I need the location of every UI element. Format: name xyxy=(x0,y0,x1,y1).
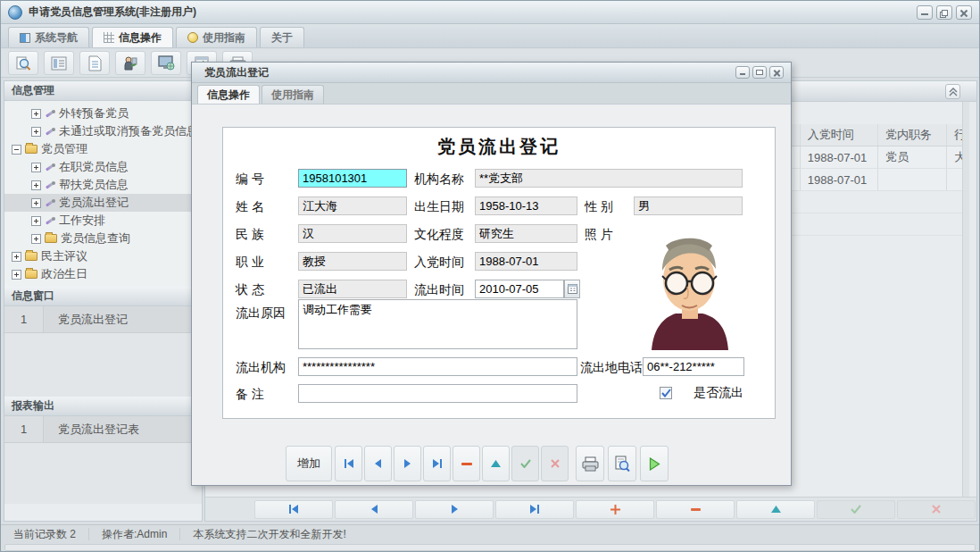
collapse-icon[interactable] xyxy=(12,145,21,155)
monitor-icon xyxy=(158,55,175,71)
grid-row[interactable]: 授 1988-07-01 xyxy=(784,169,969,191)
post-record-button[interactable] xyxy=(817,500,895,519)
tree-item-member-query[interactable]: 党员信息查询 xyxy=(4,230,202,247)
expand-icon[interactable] xyxy=(31,198,41,208)
grid-row[interactable]: 授 1988-07-01 党员 大 xyxy=(784,146,969,169)
cancel-record-button[interactable] xyxy=(897,500,976,519)
phone-field[interactable] xyxy=(643,357,744,376)
first-record-button[interactable] xyxy=(254,500,333,519)
minimize-button[interactable] xyxy=(917,5,933,20)
grid-col-join-date[interactable]: 入党时间 xyxy=(801,124,878,146)
ethnic-field[interactable] xyxy=(298,224,407,243)
grid-col-party-position[interactable]: 党内职务 xyxy=(878,124,947,146)
expand-icon[interactable] xyxy=(31,180,41,190)
next-record-button[interactable] xyxy=(415,500,494,519)
tree-item-outbound-reserve[interactable]: 外转预备党员 xyxy=(4,105,202,122)
collapse-panel-button[interactable] xyxy=(945,84,960,99)
close-button[interactable] xyxy=(956,5,972,20)
print-button[interactable] xyxy=(576,446,604,481)
prev-record-button[interactable] xyxy=(335,500,413,519)
tree-item-support-members[interactable]: 帮扶党员信息 xyxy=(4,176,202,194)
expand-icon[interactable] xyxy=(12,270,21,280)
tree-item-member-manage[interactable]: 党员管理 xyxy=(4,140,202,158)
tab-info-operation[interactable]: 信息操作 xyxy=(92,27,173,47)
tree-item-outflow-register[interactable]: 党员流出登记 xyxy=(4,194,202,212)
section-report-output[interactable]: 报表输出 xyxy=(4,397,202,416)
prev-button[interactable] xyxy=(364,446,392,481)
spacer xyxy=(4,443,202,504)
restore-button[interactable] xyxy=(936,5,952,20)
info-window-row[interactable]: 1 党员流出登记 xyxy=(4,306,202,333)
status-field[interactable] xyxy=(298,280,407,298)
menu-bar: 系统导航 信息操作 使用指南 关于 xyxy=(1,24,979,48)
org-field[interactable] xyxy=(475,169,743,188)
tab-system-nav[interactable]: 系统导航 xyxy=(8,27,89,47)
report-row[interactable]: 1 党员流出登记表 xyxy=(4,416,202,443)
next-button[interactable] xyxy=(394,446,421,481)
dialog-title-bar: 党员流出登记 xyxy=(192,63,791,83)
tree-label: 帮扶党员信息 xyxy=(59,177,129,193)
edit-record-button[interactable] xyxy=(736,500,815,519)
name-field[interactable] xyxy=(298,197,407,215)
expand-icon[interactable] xyxy=(31,109,41,119)
cancel-button[interactable] xyxy=(541,446,569,481)
sidebar: 信息管理 外转预备党员 未通过或取消预备党员信息 党员管理 在职党员信息 xyxy=(4,80,203,522)
occupation-field[interactable] xyxy=(298,252,407,271)
tree-item-political-birthday[interactable]: 政治生日 xyxy=(4,265,202,283)
reason-field[interactable]: 调动工作需要 xyxy=(298,299,577,349)
run-button[interactable] xyxy=(640,446,669,481)
add-record-button[interactable] xyxy=(576,500,654,519)
dialog-tab-user-guide[interactable]: 使用指南 xyxy=(262,85,324,104)
expand-icon[interactable] xyxy=(31,234,41,244)
birth-field[interactable] xyxy=(475,197,577,215)
last-record-button[interactable] xyxy=(495,500,574,519)
monitor-button[interactable] xyxy=(151,51,181,75)
education-field[interactable] xyxy=(475,224,577,243)
tree-item-work-arrange[interactable]: 工作安排 xyxy=(4,212,202,230)
scrollbar-track[interactable] xyxy=(962,102,969,497)
section-info-window[interactable]: 信息窗口 xyxy=(4,287,202,306)
tree-item-democratic-review[interactable]: 民主评议 xyxy=(4,247,202,265)
dialog-tab-bar: 信息操作 使用指南 xyxy=(192,83,791,105)
chevron-up-double-icon xyxy=(949,88,958,96)
status-message: 本系统支持二次开发和全新开发! xyxy=(180,528,358,540)
dialog-minimize-button[interactable] xyxy=(735,66,750,79)
post-button[interactable] xyxy=(511,446,539,481)
tree-item-not-passed[interactable]: 未通过或取消预备党员信息 xyxy=(4,122,202,140)
dialog-close-button[interactable] xyxy=(769,66,784,79)
outflow-checkbox-label: 是否流出 xyxy=(693,385,743,401)
id-field[interactable] xyxy=(298,169,407,188)
occupation-label: 职 业 xyxy=(236,255,264,271)
expand-icon[interactable] xyxy=(31,127,41,137)
form-view-button[interactable] xyxy=(44,51,74,75)
tab-about[interactable]: 关于 xyxy=(260,27,304,47)
remark-field[interactable] xyxy=(298,384,577,403)
section-info-manage[interactable]: 信息管理 xyxy=(4,81,202,101)
gender-field[interactable] xyxy=(634,197,743,215)
tab-user-guide[interactable]: 使用指南 xyxy=(176,27,257,47)
edit-button[interactable] xyxy=(482,446,510,481)
dialog-maximize-button[interactable] xyxy=(752,66,767,79)
join-date-field[interactable] xyxy=(475,252,577,271)
delete-button[interactable] xyxy=(453,446,480,481)
outflow-date-field[interactable] xyxy=(475,280,564,298)
tree-item-active-members[interactable]: 在职党员信息 xyxy=(4,158,202,176)
preview-button[interactable] xyxy=(608,446,636,481)
tool-icon xyxy=(45,215,55,226)
user-button[interactable] xyxy=(115,51,145,75)
tool-icon xyxy=(45,197,55,208)
date-picker-button[interactable] xyxy=(564,280,580,298)
outflow-checkbox[interactable] xyxy=(660,387,672,399)
first-button[interactable] xyxy=(335,446,362,481)
out-org-field[interactable] xyxy=(298,357,577,376)
last-button[interactable] xyxy=(423,446,451,481)
search-report-button[interactable] xyxy=(8,51,38,75)
expand-icon[interactable] xyxy=(12,252,21,262)
document-button[interactable] xyxy=(79,51,110,75)
folder-icon xyxy=(25,252,37,261)
delete-record-button[interactable] xyxy=(656,500,735,519)
expand-icon[interactable] xyxy=(31,163,41,172)
add-button[interactable]: 增加 xyxy=(286,446,332,481)
dialog-tab-info-operation[interactable]: 信息操作 xyxy=(197,85,260,104)
expand-icon[interactable] xyxy=(31,216,41,226)
